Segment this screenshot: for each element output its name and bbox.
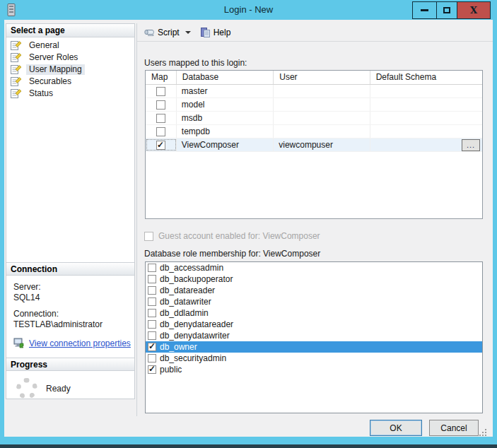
page-icon — [9, 40, 22, 51]
role-list-item[interactable]: db_backupoperator — [146, 273, 482, 285]
role-label: db_securityadmin — [160, 353, 226, 363]
map-checkbox[interactable] — [156, 127, 165, 136]
map-checkbox[interactable] — [156, 114, 165, 123]
sidebar-page-item[interactable]: User Mapping — [6, 64, 134, 76]
page-icon — [9, 88, 22, 99]
left-panel: Select a page General — [6, 23, 135, 399]
close-button[interactable]: X — [457, 2, 490, 18]
role-checkbox[interactable] — [148, 275, 156, 283]
map-cell — [146, 138, 177, 151]
close-icon: X — [470, 5, 477, 16]
role-list-item[interactable]: db_accessadmin — [146, 262, 482, 273]
role-checkbox[interactable] — [148, 309, 156, 317]
role-list-item[interactable]: db_owner — [146, 341, 482, 353]
role-label: db_datareader — [160, 285, 215, 295]
connection-section: Connection Server: SQL14 Connection: TES… — [6, 262, 134, 348]
database-cell: master — [177, 85, 274, 98]
progress-spinner-icon — [16, 378, 37, 399]
progress-header: Progress — [6, 358, 134, 371]
default-schema-cell — [370, 112, 482, 124]
user-cell[interactable] — [274, 112, 370, 124]
sidebar-page-label: Securables — [26, 76, 74, 87]
maximize-button[interactable] — [436, 2, 457, 18]
sidebar-page-item[interactable]: Server Roles — [6, 52, 134, 64]
sidebar-page-item[interactable]: Status — [6, 88, 134, 100]
role-checkbox[interactable] — [148, 320, 156, 329]
map-cell — [146, 85, 177, 98]
users-mapped-caption: Users mapped to this login: — [144, 58, 247, 68]
users-mapped-table: Map Database User Default Schema master — [145, 70, 483, 219]
default-schema-cell — [370, 125, 482, 138]
minimize-button[interactable] — [413, 2, 436, 18]
window-controls: X — [412, 1, 491, 19]
default-schema-cell — [370, 85, 482, 98]
user-mapping-row[interactable]: model — [146, 98, 482, 112]
role-list-item[interactable]: db_denydatareader — [146, 319, 482, 330]
ok-button[interactable]: OK — [370, 420, 422, 436]
sidebar-page-item[interactable]: General — [6, 40, 134, 52]
database-roles-list: db_accessadmin db_backupoperator db_data… — [145, 261, 483, 413]
sidebar-page-label: General — [26, 40, 62, 51]
script-icon — [144, 27, 155, 38]
script-label: Script — [158, 28, 180, 37]
role-checkbox[interactable] — [148, 286, 156, 295]
guest-account-checkbox — [144, 232, 153, 241]
users-table-header: Map Database User Default Schema — [146, 71, 482, 85]
role-list-item[interactable]: db_datawriter — [146, 296, 482, 307]
map-checkbox[interactable] — [156, 100, 165, 110]
connection-label: Connection: — [13, 309, 134, 319]
progress-status: Ready — [46, 384, 71, 394]
role-checkbox[interactable] — [148, 343, 156, 351]
toolbar: Script Help — [137, 23, 493, 42]
user-mapping-row[interactable]: msdb — [146, 112, 482, 125]
role-label: db_owner — [160, 342, 197, 352]
help-button[interactable]: Help — [196, 25, 235, 40]
progress-section: Progress Ready — [6, 358, 134, 399]
database-cell: ViewComposer — [177, 138, 274, 151]
users-table-rows: master model — [146, 85, 482, 152]
user-mapping-row[interactable]: ViewComposer viewcompuser ... — [146, 138, 482, 152]
user-mapping-row[interactable]: tempdb — [146, 125, 482, 138]
user-cell[interactable] — [274, 125, 370, 138]
column-header: Default Schema — [370, 71, 482, 84]
help-icon — [199, 27, 211, 38]
page-icon — [9, 52, 22, 63]
map-checkbox[interactable] — [156, 87, 165, 96]
user-mapping-row[interactable]: master — [146, 85, 482, 98]
cancel-button[interactable]: Cancel — [429, 420, 479, 436]
sidebar-page-item[interactable]: Securables — [6, 76, 134, 88]
role-list-item[interactable]: public — [146, 364, 482, 375]
role-checkbox[interactable] — [148, 264, 156, 272]
column-header: User — [274, 71, 370, 84]
map-checkbox[interactable] — [156, 141, 165, 150]
roles-caption: Database role membership for: ViewCompos… — [144, 249, 320, 259]
role-checkbox[interactable] — [148, 354, 156, 362]
role-list-item[interactable]: db_datareader — [146, 285, 482, 296]
resize-grip[interactable] — [479, 429, 481, 430]
script-button[interactable]: Script — [140, 25, 194, 40]
maximize-icon — [443, 7, 450, 13]
user-cell[interactable]: viewcompuser — [274, 138, 370, 151]
role-list-item[interactable]: db_denydatawriter — [146, 330, 482, 341]
column-header: Database — [177, 71, 274, 84]
role-list-item[interactable]: db_ddladmin — [146, 307, 482, 319]
dialog-body: Select a page General — [4, 20, 493, 437]
role-checkbox[interactable] — [148, 331, 156, 340]
role-label: db_denydatareader — [160, 319, 233, 329]
user-cell[interactable] — [274, 85, 370, 98]
role-checkbox[interactable] — [148, 365, 156, 374]
user-cell[interactable] — [274, 98, 370, 111]
connection-value: TESTLAB\administrator — [13, 319, 134, 329]
role-checkbox[interactable] — [148, 297, 156, 306]
role-label: public — [160, 365, 182, 375]
default-schema-cell — [370, 98, 482, 111]
browse-schema-button[interactable]: ... — [462, 139, 480, 151]
sidebar-page-label: User Mapping — [26, 64, 85, 75]
role-label: db_ddladmin — [160, 308, 209, 318]
connection-header: Connection — [6, 262, 134, 276]
role-list-item[interactable]: db_securityadmin — [146, 353, 482, 364]
page-icon — [9, 76, 22, 87]
database-cell: msdb — [177, 112, 274, 124]
map-cell — [146, 125, 177, 138]
view-connection-properties-link[interactable]: View connection properties — [29, 338, 131, 348]
